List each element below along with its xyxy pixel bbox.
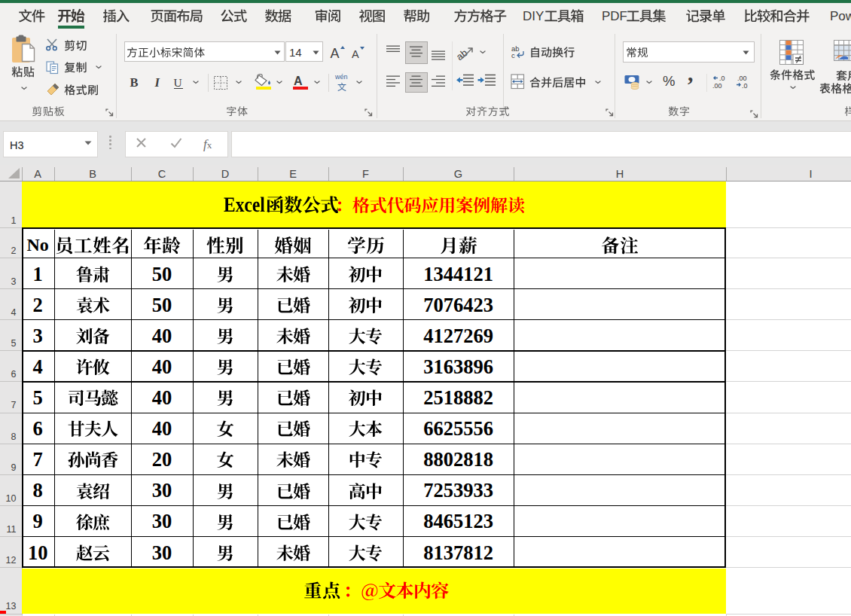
svg-text:.00: .00 (712, 82, 722, 89)
svg-text:c: c (511, 51, 515, 59)
svg-text:ab: ab (456, 47, 470, 63)
svg-text:.0: .0 (742, 82, 748, 89)
